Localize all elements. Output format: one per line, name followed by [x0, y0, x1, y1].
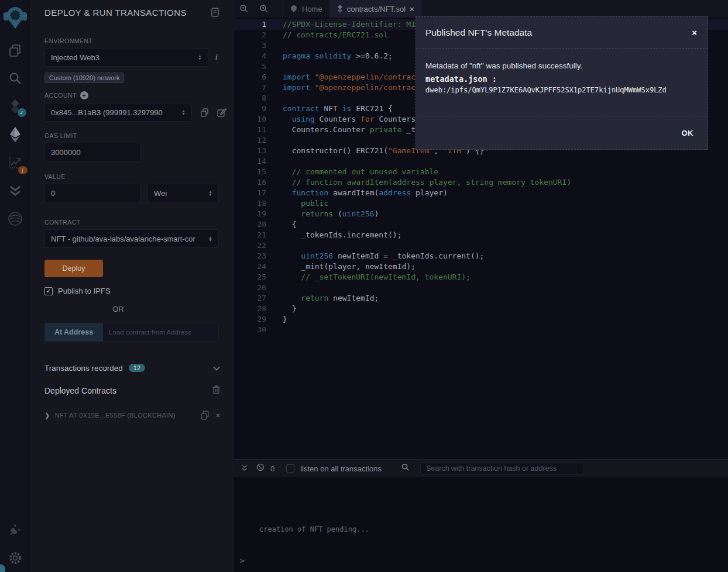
compiled-check-badge: ✓ — [18, 108, 26, 117]
add-account-icon[interactable]: + — [80, 91, 88, 99]
transactions-collapse-icon[interactable] — [213, 363, 220, 373]
network-badge: Custom (10920) network — [44, 73, 124, 83]
clear-deployed-trash-icon[interactable] — [212, 385, 220, 396]
deploy-run-panel: DEPLOY & RUN TRANSACTIONS ENVIRONMENT In… — [30, 0, 234, 572]
terminal-toolbar: 0 listen on all transactions Search with… — [234, 460, 728, 477]
code-line-27[interactable]: 27 return newItemId; — [234, 293, 728, 304]
terminal-search-input[interactable]: Search with transaction hash or address — [420, 462, 584, 475]
search-icon[interactable] — [7, 70, 23, 87]
terminal-search-icon — [401, 463, 410, 474]
code-line-25[interactable]: 25 // _setTokenURI(newItemId, tokenURI); — [234, 272, 728, 282]
select-stepper-icon: ▲▼ — [208, 236, 212, 242]
terminal-output[interactable]: creation of NFT pending... > — [234, 477, 728, 572]
code-line-30[interactable]: 30 — [234, 325, 728, 335]
expand-terminal-icon[interactable] — [241, 463, 248, 474]
modal-ok-button[interactable]: OK — [682, 129, 694, 137]
corner-watermark — [0, 564, 5, 572]
terminal-prompt[interactable]: > — [240, 556, 245, 565]
sign-message-icon[interactable] — [217, 107, 227, 118]
code-line-18[interactable]: 18 public — [234, 198, 728, 209]
account-label: ACCOUNT + — [44, 91, 234, 99]
copy-address-icon[interactable] — [200, 410, 210, 421]
transactions-count-badge: 12 — [129, 364, 145, 372]
zoom-in-icon[interactable] — [254, 4, 274, 13]
code-line-16[interactable]: 16 // function awardItem(address player,… — [234, 177, 728, 188]
tab-contracts-nft-sol[interactable]: contracts/NFT.sol × — [330, 0, 422, 18]
deploy-button[interactable]: Deploy — [44, 260, 103, 277]
code-line-20[interactable]: 20 { — [234, 219, 728, 230]
terminal: 0 listen on all transactions Search with… — [234, 459, 728, 572]
file-explorer-icon[interactable] — [7, 42, 23, 58]
value-input[interactable]: 0 — [44, 184, 140, 202]
unit-testing-icon[interactable] — [7, 182, 23, 199]
clear-console-icon[interactable] — [256, 463, 265, 474]
environment-label: ENVIRONMENT — [44, 37, 234, 44]
transactions-recorded-label: Transactions recorded — [44, 364, 123, 373]
pending-tx-count: 0 — [270, 464, 274, 473]
account-select[interactable]: 0x845...B1aB3 (999991.3297990 ▲▼ — [44, 103, 192, 122]
code-line-15[interactable]: 15 // commented out unused variable — [234, 167, 728, 177]
gas-limit-label: GAS LIMIT — [44, 132, 234, 139]
select-stepper-icon: ▲▼ — [181, 109, 186, 115]
copy-account-icon[interactable] — [199, 107, 210, 118]
code-line-28[interactable]: 28 } — [234, 304, 728, 314]
select-stepper-icon: ▲▼ — [208, 190, 212, 196]
solidity-compiler-icon[interactable]: ✓ — [7, 98, 23, 115]
remove-contract-icon[interactable]: × — [216, 412, 220, 419]
listen-transactions-label: listen on all transactions — [300, 464, 382, 473]
analysis-count-badge: 1 — [18, 166, 28, 174]
contract-label: CONTRACT — [44, 219, 234, 226]
contract-select[interactable]: NFT - github/ava-labs/avalanche-smart-co… — [44, 229, 219, 248]
terminal-log-line: creation of NFT pending... — [234, 477, 728, 533]
code-line-21[interactable]: 21 _tokenIds.increment(); — [234, 230, 728, 240]
published-metadata-modal: Published NFT's Metadata × Metadata of "… — [415, 16, 708, 150]
solidity-file-icon — [337, 5, 343, 13]
publish-ipfs-checkbox[interactable]: ✓ — [44, 287, 53, 295]
at-address-button[interactable]: At Address — [44, 323, 103, 342]
zoom-out-icon[interactable] — [234, 4, 254, 13]
at-address-input[interactable]: Load contract from Address — [103, 323, 219, 342]
code-line-14[interactable]: 14 — [234, 156, 728, 167]
code-line-26[interactable]: 26 — [234, 282, 728, 293]
gas-limit-input[interactable]: 3000000 — [44, 143, 140, 161]
deployed-contract-name: NFT AT 0X15E...E558F (BLOCKCHAIN) — [55, 412, 200, 419]
documentation-icon[interactable] — [210, 7, 220, 18]
code-line-29[interactable]: 29} — [234, 314, 728, 325]
publish-ipfs-label: Publish to IPFS — [58, 287, 111, 295]
plugin-manager-icon[interactable] — [7, 522, 23, 538]
remix-logo-icon[interactable] — [2, 4, 28, 30]
code-line-19[interactable]: 19 returns (uint256) — [234, 209, 728, 219]
expand-contract-icon[interactable]: ❯ — [44, 412, 50, 419]
home-remix-icon — [290, 5, 298, 13]
panel-title: DEPLOY & RUN TRANSACTIONS — [44, 8, 187, 18]
value-label: VALUE — [44, 173, 234, 180]
environment-select[interactable]: Injected Web3 ▲▼ — [44, 48, 208, 67]
icon-panel: ✓ 1 — [0, 0, 30, 572]
deploy-run-icon[interactable] — [7, 126, 23, 143]
select-stepper-icon: ▲▼ — [198, 54, 202, 60]
tab-home[interactable]: Home — [282, 0, 330, 18]
close-tab-icon[interactable]: × — [410, 5, 414, 13]
modal-close-icon[interactable]: × — [692, 27, 697, 37]
code-line-23[interactable]: 23 uint256 newItemId = _tokenIds.current… — [234, 251, 728, 261]
environment-info-icon[interactable]: i — [215, 53, 218, 62]
value-unit-select[interactable]: Wei ▲▼ — [147, 184, 219, 202]
plugin-swirl-icon[interactable] — [7, 211, 23, 227]
deployed-contract-row[interactable]: ❯ NFT AT 0X15E...E558F (BLOCKCHAIN) × — [44, 410, 220, 421]
tab-bar: Home contracts/NFT.sol × — [234, 0, 728, 18]
modal-message: Metadata of "nft" was published successf… — [425, 61, 698, 70]
code-line-22[interactable]: 22 — [234, 240, 728, 251]
code-line-24[interactable]: 24 _mint(player, newItemId); — [234, 261, 728, 272]
settings-gear-icon[interactable] — [7, 550, 23, 566]
code-line-17[interactable]: 17 function awardItem(address player) — [234, 188, 728, 198]
ipfs-url: dweb:/ipfs/QmYL9P1Z7KE6AQvKJPFF52SX1p2TE… — [425, 86, 698, 94]
static-analysis-icon[interactable]: 1 — [7, 154, 23, 171]
metadata-file-name: metadata.json : — [425, 74, 698, 84]
or-divider: OR — [30, 305, 206, 313]
deployed-contracts-label: Deployed Contracts — [44, 386, 116, 395]
listen-transactions-checkbox[interactable] — [286, 464, 294, 473]
modal-title: Published NFT's Metadata — [425, 27, 532, 38]
